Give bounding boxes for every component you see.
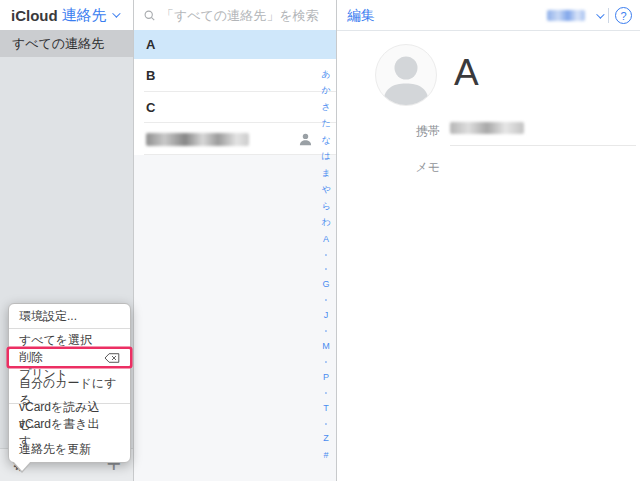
contact-name: A bbox=[146, 37, 155, 52]
field-label: メモ bbox=[337, 146, 440, 176]
index-item[interactable]: や bbox=[321, 185, 330, 194]
redacted-phone-value bbox=[450, 122, 524, 134]
person-silhouette-icon bbox=[376, 45, 436, 105]
index-item[interactable]: は bbox=[321, 152, 330, 161]
redacted-account-name[interactable] bbox=[547, 10, 585, 21]
contact-rows: B C bbox=[134, 59, 336, 155]
menu-item-label: 連絡先を更新 bbox=[19, 441, 91, 458]
field-memo: メモ bbox=[337, 146, 640, 176]
icloud-logo[interactable]: iCloud bbox=[11, 7, 58, 24]
account-area: ? bbox=[547, 0, 632, 31]
index-item[interactable]: た bbox=[321, 119, 330, 128]
menu-separator bbox=[9, 328, 130, 329]
index-item[interactable]: か bbox=[321, 86, 330, 95]
header-divider bbox=[608, 8, 609, 23]
menu-item[interactable]: 連絡先を更新 bbox=[9, 441, 130, 458]
index-dot[interactable]: • bbox=[325, 358, 327, 365]
index-item[interactable]: わ bbox=[321, 218, 330, 227]
menu-item[interactable]: 環境設定... bbox=[9, 308, 130, 325]
index-item[interactable]: T bbox=[323, 404, 329, 413]
field-label: 携帯 bbox=[337, 118, 440, 146]
sidebar-item-all-contacts[interactable]: すべての連絡先 bbox=[0, 30, 133, 57]
sidebar-item-label: すべての連絡先 bbox=[12, 36, 104, 51]
index-dot[interactable]: • bbox=[325, 296, 327, 303]
index-item[interactable]: あ bbox=[321, 70, 330, 79]
menu-tail bbox=[13, 461, 31, 471]
search-icon bbox=[144, 9, 155, 22]
index-item[interactable]: ま bbox=[321, 169, 330, 178]
app-switcher[interactable]: 連絡先 bbox=[62, 6, 107, 25]
index-item[interactable]: M bbox=[322, 342, 330, 351]
index-item[interactable]: Z bbox=[323, 434, 329, 443]
redacted-contact-name bbox=[146, 133, 249, 146]
contact-fields: 携帯 メモ bbox=[337, 118, 640, 176]
menu-item[interactable]: 自分のカードにする bbox=[9, 383, 130, 400]
menu-item[interactable]: すべてを選択 bbox=[9, 332, 130, 349]
index-dot[interactable]: • bbox=[325, 251, 327, 258]
index-item[interactable]: さ bbox=[321, 103, 330, 112]
context-menu: 環境設定...すべてを選択削除プリント自分のカードにするvCardを読み込む..… bbox=[8, 303, 131, 463]
index-dot[interactable]: • bbox=[325, 265, 327, 272]
detail-header: 編集 ? bbox=[337, 0, 640, 31]
index-item[interactable]: A bbox=[323, 235, 329, 244]
avatar bbox=[375, 44, 437, 106]
help-icon[interactable]: ? bbox=[615, 7, 632, 24]
contact-name: C bbox=[146, 100, 155, 115]
index-item[interactable]: ら bbox=[321, 202, 330, 211]
app-header: iCloud 連絡先 bbox=[0, 0, 133, 30]
icloud-contacts-window: iCloud 連絡先 すべての連絡先 ⚙ + A B bbox=[0, 0, 640, 481]
delete-left-icon bbox=[104, 353, 120, 363]
index-dot[interactable]: • bbox=[325, 420, 327, 427]
index-item[interactable]: P bbox=[323, 373, 329, 382]
search-bar bbox=[134, 0, 336, 30]
context-menu-items: 環境設定...すべてを選択削除プリント自分のカードにするvCardを読み込む..… bbox=[9, 308, 130, 458]
index-item[interactable]: な bbox=[321, 136, 330, 145]
chevron-down-icon[interactable] bbox=[596, 10, 604, 18]
contact-row[interactable]: B bbox=[134, 59, 336, 92]
index-item[interactable]: G bbox=[322, 280, 329, 289]
menu-item-label: 削除 bbox=[19, 349, 43, 366]
index-strip: あかさたなはまやらわA••G•J•M•P•T•Z# bbox=[318, 70, 334, 460]
index-dot[interactable]: • bbox=[325, 389, 327, 396]
index-item[interactable]: # bbox=[323, 451, 328, 460]
row-divider bbox=[144, 154, 336, 155]
chevron-down-icon[interactable] bbox=[112, 9, 120, 17]
contact-row-selected[interactable]: A bbox=[134, 30, 336, 59]
menu-item[interactable]: vCardを書き出す... bbox=[9, 424, 130, 441]
menu-item[interactable]: 削除 bbox=[9, 349, 130, 366]
contact-row[interactable]: C bbox=[134, 92, 336, 123]
index-dot[interactable]: • bbox=[325, 327, 327, 334]
field-mobile: 携帯 bbox=[337, 118, 640, 146]
contact-list-column: A B C あかさたなはまやらわA••G•J•M•P•T•Z# bbox=[133, 0, 337, 481]
menu-item-label: 環境設定... bbox=[19, 308, 77, 325]
contact-name: B bbox=[146, 68, 155, 83]
contact-detail-panel: 編集 ? A 携帯 メモ bbox=[337, 0, 640, 481]
search-input[interactable] bbox=[161, 8, 336, 23]
contact-row-my-card[interactable] bbox=[134, 123, 336, 155]
person-icon bbox=[299, 133, 312, 146]
index-item[interactable]: J bbox=[324, 311, 329, 320]
contact-detail-name: A bbox=[454, 52, 479, 94]
edit-button[interactable]: 編集 bbox=[347, 7, 375, 25]
menu-item-label: すべてを選択 bbox=[19, 332, 92, 349]
